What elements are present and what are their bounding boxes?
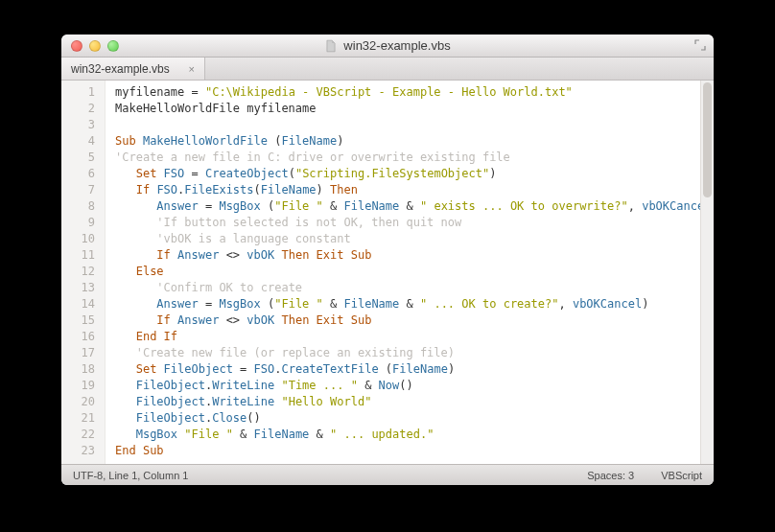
code-line[interactable]: Set FileObject = FSO.CreateTextFile (Fil…	[115, 361, 700, 378]
code-line[interactable]: Answer = MsgBox ("File " & FileName & " …	[115, 296, 700, 312]
window-title: win32-example.vbs	[61, 38, 714, 53]
status-language[interactable]: VBScript	[661, 470, 702, 481]
line-number: 5	[65, 150, 95, 166]
line-number: 9	[65, 215, 95, 231]
line-number: 1	[65, 84, 95, 101]
tab-label: win32-example.vbs	[71, 62, 170, 76]
line-number: 3	[65, 117, 95, 133]
code-line[interactable]: End Sub	[115, 443, 700, 459]
editor-window: win32-example.vbs win32-example.vbs × 12…	[61, 35, 714, 485]
line-number: 20	[65, 394, 95, 410]
status-spaces[interactable]: Spaces: 3	[587, 470, 634, 481]
code-line[interactable]: Set FSO = CreateObject("Scripting.FileSy…	[115, 166, 700, 182]
code-line[interactable]: Else	[115, 264, 700, 280]
code-line[interactable]: If Answer <> vbOK Then Exit Sub	[115, 247, 700, 264]
status-position[interactable]: UTF-8, Line 1, Column 1	[73, 470, 188, 481]
close-window-button[interactable]	[71, 40, 82, 52]
line-number: 10	[65, 231, 95, 247]
code-line[interactable]: myfilename = "C:\Wikipedia - VBScript - …	[115, 84, 700, 101]
line-number: 4	[65, 133, 95, 150]
zoom-window-button[interactable]	[107, 40, 119, 52]
vertical-scrollbar[interactable]	[700, 81, 714, 464]
line-number: 8	[65, 198, 95, 215]
line-number: 2	[65, 101, 95, 117]
code-line[interactable]: FileObject.WriteLine "Hello World"	[115, 394, 700, 410]
code-line[interactable]: If Answer <> vbOK Then Exit Sub	[115, 312, 700, 329]
minimize-window-button[interactable]	[89, 40, 101, 52]
fullscreen-icon[interactable]	[694, 39, 706, 53]
line-number: 11	[65, 247, 95, 264]
file-icon	[324, 39, 338, 53]
code-line[interactable]	[115, 117, 700, 133]
code-line[interactable]: 'Create new file (or replace an existing…	[115, 345, 700, 361]
status-bar: UTF-8, Line 1, Column 1 Spaces: 3 VBScri…	[61, 464, 714, 485]
code-line[interactable]: FileObject.WriteLine "Time ... " & Now()	[115, 378, 700, 394]
line-number: 17	[65, 345, 95, 361]
code-line[interactable]: 'If button selected is not OK, then quit…	[115, 215, 700, 231]
code-line[interactable]: Sub MakeHelloWorldFile (FileName)	[115, 133, 700, 150]
scrollbar-thumb[interactable]	[703, 82, 712, 197]
code-line[interactable]: If FSO.FileExists(FileName) Then	[115, 182, 700, 198]
line-number: 12	[65, 264, 95, 280]
tab-file[interactable]: win32-example.vbs ×	[61, 58, 205, 80]
traffic-lights	[71, 40, 119, 52]
editor-area: 1234567891011121314151617181920212223 my…	[61, 81, 714, 464]
line-number: 21	[65, 410, 95, 427]
titlebar[interactable]: win32-example.vbs	[61, 35, 714, 58]
code-line[interactable]: MsgBox "File " & FileName & " ... update…	[115, 427, 700, 443]
code-content[interactable]: myfilename = "C:\Wikipedia - VBScript - …	[106, 81, 700, 464]
window-title-text: win32-example.vbs	[343, 38, 450, 53]
line-number: 14	[65, 296, 95, 312]
code-line[interactable]: Answer = MsgBox ("File " & FileName & " …	[115, 198, 700, 215]
line-number: 22	[65, 427, 95, 443]
tab-bar: win32-example.vbs ×	[61, 58, 714, 81]
line-number: 19	[65, 378, 95, 394]
code-line[interactable]: End If	[115, 329, 700, 345]
code-line[interactable]: 'Confirm OK to create	[115, 280, 700, 296]
tab-close-icon[interactable]: ×	[189, 63, 195, 75]
line-number: 18	[65, 361, 95, 378]
code-line[interactable]: FileObject.Close()	[115, 410, 700, 427]
line-number-gutter: 1234567891011121314151617181920212223	[61, 81, 106, 464]
line-number: 16	[65, 329, 95, 345]
line-number: 15	[65, 312, 95, 329]
line-number: 6	[65, 166, 95, 182]
line-number: 23	[65, 443, 95, 459]
code-line[interactable]: 'vbOK is a language constant	[115, 231, 700, 247]
line-number: 13	[65, 280, 95, 296]
code-line[interactable]: 'Create a new file in C: drive or overwr…	[115, 150, 700, 166]
line-number: 7	[65, 182, 95, 198]
code-line[interactable]: MakeHelloWorldFile myfilename	[115, 101, 700, 117]
